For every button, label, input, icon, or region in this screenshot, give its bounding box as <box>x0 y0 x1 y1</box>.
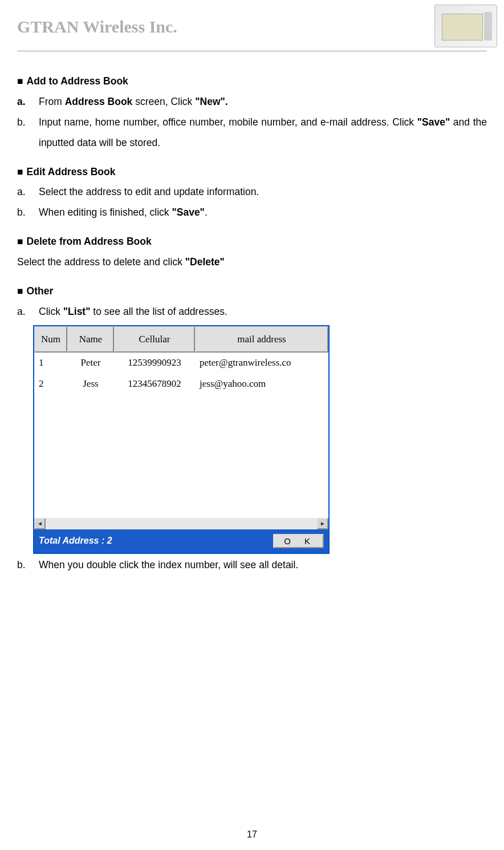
list-item: a. From Address Book screen, Click "New"… <box>17 92 487 112</box>
cell-name: Jess <box>67 374 114 395</box>
list-marker: b. <box>17 555 39 576</box>
column-header-num[interactable]: Num <box>34 326 67 353</box>
table-row[interactable]: 1 Peter 12539990923 peter@gtranwireless.… <box>34 353 328 374</box>
scroll-left-icon[interactable]: ◄ <box>34 518 46 529</box>
section-heading-delete: ■Delete from Address Book <box>17 232 487 252</box>
cell-mail: jess@yahoo.com <box>195 374 328 395</box>
list-text: When you double click the index number, … <box>39 555 487 576</box>
list-marker: a. <box>17 92 39 112</box>
address-list-window: Num Name Cellular mail address 1 Peter 1… <box>33 325 330 554</box>
list-item: a. Select the address to edit and update… <box>17 182 487 203</box>
bullet-icon: ■ <box>17 166 23 177</box>
list-text: Click "List" to see all the list of addr… <box>39 302 487 322</box>
document-header: GTRAN Wireless Inc. <box>0 0 504 51</box>
table-body: 1 Peter 12539990923 peter@gtranwireless.… <box>34 353 328 518</box>
table-row[interactable]: 2 Jess 12345678902 jess@yahoo.com <box>34 374 328 395</box>
list-text: From Address Book screen, Click "New". <box>39 92 487 112</box>
header-divider <box>17 51 487 51</box>
bullet-icon: ■ <box>17 236 23 247</box>
cell-num: 2 <box>34 374 67 395</box>
list-item: b. When editing is finished, click "Save… <box>17 203 487 223</box>
product-card-image <box>434 5 497 47</box>
cell-cellular: 12539990923 <box>114 353 195 374</box>
total-address-label: Total Address : 2 <box>39 532 112 551</box>
list-text: When editing is finished, click "Save". <box>39 203 487 223</box>
scroll-track[interactable] <box>46 518 317 529</box>
column-header-cellular[interactable]: Cellular <box>114 326 195 353</box>
list-text: Select the address to edit and update in… <box>39 182 487 203</box>
cell-name: Peter <box>67 353 114 374</box>
cell-cellular: 12345678902 <box>114 374 195 395</box>
list-marker: a. <box>17 182 39 203</box>
table-header: Num Name Cellular mail address <box>34 326 328 353</box>
company-name: GTRAN Wireless Inc. <box>17 17 487 37</box>
column-header-name[interactable]: Name <box>67 326 114 353</box>
bullet-icon: ■ <box>17 285 23 297</box>
list-item: b. When you double click the index numbe… <box>17 555 487 576</box>
column-header-mail[interactable]: mail address <box>195 326 328 353</box>
delete-text: Select the address to delete and click "… <box>17 252 487 273</box>
horizontal-scrollbar[interactable]: ◄ ► <box>34 518 328 529</box>
list-text: Input name, home number, office number, … <box>39 112 487 153</box>
list-item: b. Input name, home number, office numbe… <box>17 112 487 153</box>
scroll-right-icon[interactable]: ► <box>317 518 328 529</box>
document-content: ■Add to Address Book a. From Address Boo… <box>0 51 504 576</box>
ok-button[interactable]: O K <box>273 534 324 548</box>
page-number: 17 <box>0 829 504 840</box>
list-marker: a. <box>17 302 39 322</box>
list-marker: b. <box>17 203 39 223</box>
bullet-icon: ■ <box>17 75 23 87</box>
status-bar: Total Address : 2 O K <box>34 529 328 553</box>
section-heading-add: ■Add to Address Book <box>17 71 487 92</box>
section-heading-edit: ■Edit Address Book <box>17 162 487 183</box>
cell-mail: peter@gtranwireless.co <box>195 353 328 374</box>
section-heading-other: ■Other <box>17 281 487 302</box>
cell-num: 1 <box>34 353 67 374</box>
list-item: a. Click "List" to see all the list of a… <box>17 302 487 322</box>
list-marker: b. <box>17 112 39 153</box>
